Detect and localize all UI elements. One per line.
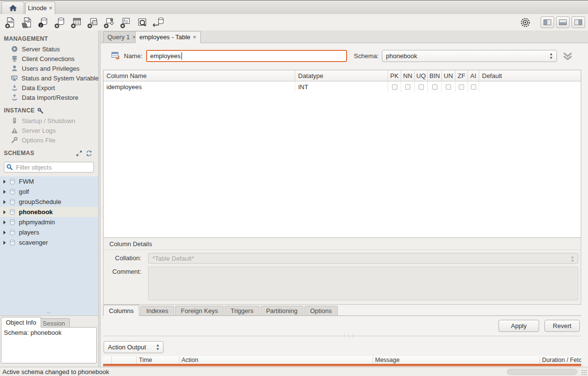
create-procedure-button[interactable] [103, 16, 116, 29]
zf-checkbox[interactable] [459, 84, 464, 90]
sidebar-item-label: Server Status [22, 46, 60, 53]
output-selector[interactable]: Action Output ▲▼ [104, 341, 164, 353]
expand-arrow-icon[interactable] [3, 180, 6, 184]
subtab-partitioning[interactable]: Partitioning [260, 306, 303, 315]
status-bar: Active schema changed to phonebook [0, 367, 588, 376]
new-sql-tab-button[interactable]: SQL [4, 16, 17, 29]
sidebar-item-options-file[interactable]: Options File [0, 135, 98, 145]
toggle-bottom-panel-button[interactable] [556, 16, 570, 28]
open-sql-script-button[interactable]: SQL [20, 16, 33, 29]
filter-objects-input[interactable] [4, 162, 94, 172]
inspect-database-icon: i [37, 16, 49, 29]
pk-checkbox[interactable] [392, 84, 397, 90]
close-icon[interactable]: × [49, 4, 53, 12]
expand-arrow-icon[interactable] [3, 190, 6, 194]
default-cell[interactable] [479, 81, 581, 92]
subtab-indexes[interactable]: Indexes [140, 306, 174, 315]
subtab-options[interactable]: Options [304, 306, 338, 315]
subtab-columns[interactable]: Columns [103, 305, 139, 316]
nn-header[interactable]: NN [401, 70, 415, 81]
expand-arrow-icon[interactable] [3, 200, 6, 204]
bin-header[interactable]: BIN [428, 70, 442, 81]
subtab-foreign-keys[interactable]: Foreign Keys [175, 306, 224, 315]
schema-item-players[interactable]: players [0, 227, 98, 237]
sidebar-item-data-import[interactable]: Data Import/Restore [0, 93, 98, 102]
expand-arrow-icon[interactable] [3, 210, 6, 214]
apply-button[interactable]: Apply [498, 320, 539, 332]
expand-arrow-icon[interactable] [3, 220, 6, 224]
schema-select[interactable]: phonebook ▲▼ [382, 50, 557, 62]
expand-header-chevron-icon[interactable] [562, 51, 573, 61]
right-panel-icon [574, 19, 582, 25]
connection-tab-linode[interactable]: Linode × [25, 1, 55, 14]
grid-empty-area[interactable] [104, 92, 581, 237]
nn-checkbox[interactable] [405, 84, 410, 90]
sidebar-item-users-privileges[interactable]: Users and Privileges [0, 63, 98, 73]
ai-checkbox[interactable] [471, 84, 476, 90]
output-duration-header[interactable]: Duration / Fetch [540, 356, 581, 364]
comment-textarea[interactable] [148, 266, 578, 300]
table-name-input[interactable] [146, 50, 347, 62]
expand-arrow-icon[interactable] [3, 231, 6, 235]
sidebar-item-server-logs[interactable]: Server Logs [0, 125, 98, 135]
pk-header[interactable]: PK [388, 70, 401, 81]
horizontal-scrollbar-thumb[interactable] [507, 369, 577, 375]
sidebar-item-startup-shutdown[interactable]: Startup / Shutdown [0, 116, 98, 125]
reconnect-dbms-icon [152, 16, 165, 29]
reconnect-dbms-button[interactable] [152, 16, 165, 29]
ai-header[interactable]: AI [468, 70, 479, 81]
subtab-triggers[interactable]: Triggers [225, 306, 259, 315]
sidebar-item-server-status[interactable]: Server Status [0, 44, 98, 54]
output-action-header[interactable]: Action [180, 356, 373, 364]
uq-checkbox[interactable] [419, 84, 424, 90]
left-panel-icon [543, 19, 551, 25]
refresh-schemas-icon[interactable] [86, 150, 92, 157]
bin-checkbox[interactable] [432, 84, 437, 90]
toggle-right-sidebar-button[interactable] [572, 16, 585, 28]
schema-item-phpmyadmin[interactable]: phpmyadmin [0, 217, 98, 227]
un-checkbox[interactable] [446, 84, 451, 90]
sidebar-splitter-handle[interactable]: ⋯ [0, 311, 98, 315]
sidebar-item-client-connections[interactable]: Client Connections [0, 54, 98, 63]
create-view-button[interactable] [86, 16, 99, 29]
close-icon[interactable]: × [193, 33, 196, 41]
home-tab[interactable] [1, 1, 24, 14]
uq-header[interactable]: UQ [415, 70, 428, 81]
create-table-button[interactable] [70, 16, 83, 29]
default-header[interactable]: Default [479, 70, 581, 81]
schema-item-groupschedule[interactable]: groupSchedule [0, 197, 98, 207]
output-splitter[interactable] [103, 336, 581, 340]
datatype-cell[interactable]: INT [295, 81, 388, 92]
toggle-left-sidebar-button[interactable] [541, 16, 554, 28]
expand-arrow-icon[interactable] [3, 241, 6, 245]
zf-header[interactable]: ZF [455, 70, 468, 81]
collation-select[interactable]: *Table Default* ▲▼ [148, 253, 578, 264]
window-resize-grip[interactable] [581, 370, 587, 376]
create-schema-button[interactable] [53, 16, 66, 29]
tab-object-info[interactable]: Object Info [1, 317, 41, 328]
sidebar-item-status-system-variables[interactable]: Status and System Variables [0, 73, 98, 83]
column-name-cell[interactable]: idemployees [104, 81, 295, 92]
tab-session[interactable]: Session [38, 318, 70, 328]
column-name-header[interactable]: Column Name [104, 70, 295, 81]
tab-employees-table[interactable]: employees - Table × [135, 31, 201, 43]
spinner-icon: ▲▼ [549, 52, 553, 60]
search-data-button[interactable] [136, 16, 149, 29]
schema-item-golf[interactable]: golf [0, 187, 98, 197]
output-message-header[interactable]: Message [373, 356, 540, 364]
revert-button[interactable]: Revert [544, 320, 580, 332]
expand-schemas-icon[interactable] [76, 150, 82, 157]
datatype-header[interactable]: Datatype [295, 70, 388, 81]
navigator-sidebar: MANAGEMENT Server Status Client Connecti… [0, 31, 98, 367]
zf-cell [455, 81, 468, 92]
create-function-button[interactable]: f () [119, 16, 132, 29]
schema-item-phonebook[interactable]: phonebook [0, 207, 98, 217]
schema-item-scavenger[interactable]: scavenger [0, 237, 98, 248]
output-time-header[interactable]: Time [137, 356, 180, 364]
schema-item-fwm[interactable]: FWM [0, 176, 98, 187]
column-row-idemployees[interactable]: idemployees INT [104, 81, 581, 92]
un-header[interactable]: UN [442, 70, 455, 81]
inspect-database-button[interactable]: i [37, 16, 50, 29]
schema-icon [9, 209, 15, 216]
sidebar-item-data-export[interactable]: Data Export [0, 83, 98, 93]
